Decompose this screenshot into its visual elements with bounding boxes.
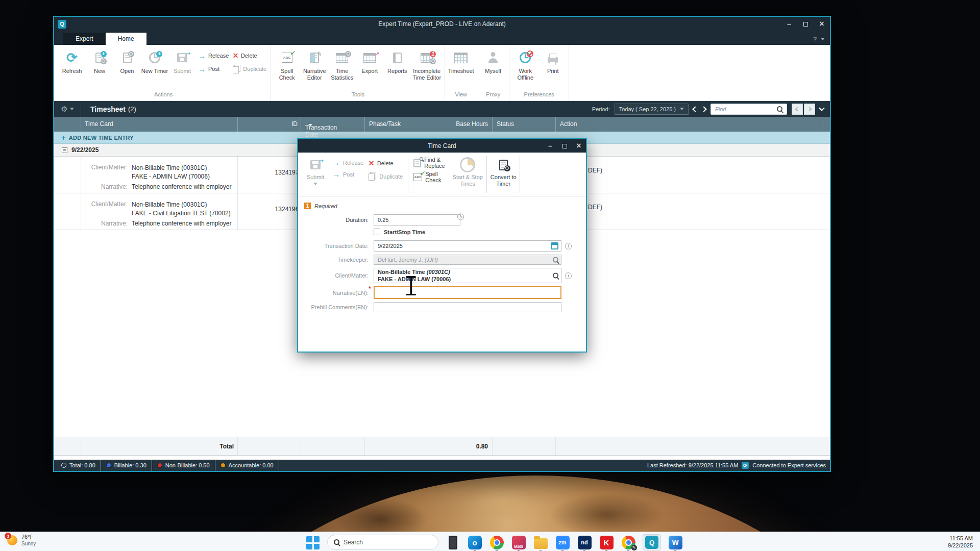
submit-button[interactable]: ➝ Submit bbox=[168, 47, 196, 74]
expert-time-app-icon[interactable]: Q bbox=[643, 534, 661, 550]
desktop: Expert Time (Expert_PROD - LIVE on Adera… bbox=[0, 0, 980, 551]
timesheet-panel-header: Timesheet (2) Period: Today ( Sep 22, 20… bbox=[54, 101, 830, 117]
new-button[interactable]: New bbox=[86, 47, 113, 74]
spell-check-button[interactable]: Spell Check bbox=[273, 47, 301, 81]
pen-badge-icon bbox=[631, 545, 637, 550]
reports-icon bbox=[393, 53, 402, 63]
weather-widget[interactable]: 3 76°F Sunny bbox=[7, 534, 36, 547]
chrome-profile-app-icon[interactable] bbox=[621, 535, 636, 550]
delete-button[interactable]: Delete bbox=[233, 51, 266, 60]
minimize-button[interactable] bbox=[781, 18, 797, 30]
column-time-card[interactable]: Time Card bbox=[85, 120, 113, 128]
phone-link-app-icon[interactable] bbox=[445, 535, 460, 550]
duplicate-icon bbox=[369, 173, 375, 181]
timesheet-view-button[interactable]: Timesheet bbox=[447, 47, 475, 74]
post-arrow-icon bbox=[198, 65, 206, 73]
maximize-button[interactable] bbox=[797, 18, 814, 30]
timekeeper-search-icon[interactable] bbox=[553, 257, 558, 263]
dialog-close-button[interactable] bbox=[572, 141, 586, 151]
dialog-release-button[interactable]: Release bbox=[332, 159, 363, 166]
temperature: 76°F bbox=[21, 534, 36, 540]
release-button[interactable]: Release bbox=[198, 51, 229, 60]
client-matter-value: Non-Billable Time (00301C) FAKE - ADMIN … bbox=[132, 164, 210, 181]
open-button[interactable]: Open bbox=[113, 47, 141, 74]
next-period-button[interactable] bbox=[701, 106, 706, 112]
calendar-icon[interactable] bbox=[551, 242, 558, 249]
find-input[interactable] bbox=[710, 104, 787, 115]
find-previous-button[interactable] bbox=[792, 104, 803, 115]
export-button[interactable]: Export bbox=[356, 47, 383, 74]
print-button[interactable]: Print bbox=[539, 47, 567, 74]
client-matter-info-icon[interactable] bbox=[565, 272, 572, 279]
find-replace-button[interactable]: Find & Replace bbox=[413, 157, 449, 169]
duration-input[interactable] bbox=[374, 214, 460, 226]
submit-dropdown-icon[interactable] bbox=[313, 183, 317, 185]
ribbon-group-label-actions: Actions bbox=[58, 91, 268, 101]
start-stop-time-checkbox[interactable] bbox=[374, 229, 380, 235]
windows-logo-icon bbox=[306, 536, 320, 549]
column-phase-task[interactable]: Phase/Task bbox=[369, 120, 401, 128]
client-matter-field[interactable]: Non-Billable Time (00301C) FAKE - ADMIN … bbox=[374, 268, 561, 283]
dialog-post-button[interactable]: Post bbox=[332, 170, 363, 178]
reports-button[interactable]: Reports bbox=[383, 47, 411, 74]
convert-to-timer-button[interactable]: Convert to Timer bbox=[489, 156, 517, 187]
start-stop-times-button[interactable]: Start & Stop Times bbox=[451, 156, 484, 187]
new-timecard-icon bbox=[95, 53, 104, 63]
zoom-app-icon[interactable]: zm bbox=[555, 535, 570, 550]
new-timer-button[interactable]: New Timer bbox=[141, 47, 168, 74]
start-button[interactable] bbox=[305, 535, 321, 550]
tab-home[interactable]: Home bbox=[106, 33, 146, 45]
k-app-icon[interactable]: K bbox=[599, 535, 614, 550]
previous-period-button[interactable] bbox=[692, 106, 698, 112]
work-offline-button[interactable]: Work Offline bbox=[511, 47, 539, 81]
time-statistics-button[interactable]: Time Statistics bbox=[328, 47, 356, 81]
dialog-maximize-button[interactable] bbox=[557, 141, 572, 151]
dialog-duplicate-button[interactable]: Duplicate bbox=[369, 172, 403, 181]
column-action[interactable]: Action bbox=[560, 120, 577, 128]
collapse-panel-icon[interactable] bbox=[819, 105, 824, 111]
dialog-toolbar: ➝ Submit Release Post bbox=[298, 153, 586, 196]
panel-settings-button[interactable] bbox=[54, 105, 81, 113]
microsoft-365-app-icon[interactable]: M365 bbox=[511, 535, 526, 550]
myself-button[interactable]: Myself bbox=[479, 47, 507, 74]
prebill-comments-input[interactable] bbox=[374, 302, 561, 312]
collapse-group-icon[interactable] bbox=[62, 147, 67, 153]
dialog-spell-check-button[interactable]: Spell Check bbox=[413, 171, 449, 183]
status-total: Total: 0.80 bbox=[54, 460, 101, 471]
spell-check-icon bbox=[413, 173, 422, 181]
column-base-hours[interactable]: Base Hours bbox=[428, 120, 488, 128]
chevron-down-icon[interactable] bbox=[821, 38, 825, 40]
tab-expert[interactable]: Expert bbox=[63, 33, 106, 45]
find-next-button[interactable] bbox=[804, 104, 815, 115]
timesheet-title: Timesheet bbox=[90, 105, 126, 113]
word-app-icon[interactable]: W bbox=[668, 535, 683, 550]
dialog-submit-button[interactable]: ➝ Submit bbox=[301, 156, 330, 185]
sort-descending-icon bbox=[308, 124, 312, 127]
close-button[interactable] bbox=[814, 18, 830, 30]
column-id[interactable]: ID bbox=[237, 120, 298, 128]
narrative-input[interactable] bbox=[374, 286, 561, 299]
taskbar-clock[interactable]: 11:55 AM 9/22/2025 bbox=[948, 535, 973, 549]
column-status[interactable]: Status bbox=[497, 120, 514, 128]
help-icon[interactable] bbox=[813, 34, 817, 43]
transaction-date-info-icon[interactable] bbox=[565, 243, 572, 249]
spell-check-icon bbox=[282, 53, 292, 63]
incomplete-time-editor-button[interactable]: 1 Incomplete Time Editor bbox=[411, 47, 443, 81]
refresh-button[interactable]: Refresh bbox=[58, 47, 86, 74]
outlook-app-icon[interactable]: o bbox=[467, 535, 482, 550]
duration-clock-icon bbox=[457, 213, 464, 220]
narrative-editor-button[interactable]: Narrative Editor bbox=[301, 47, 328, 81]
dialog-delete-button[interactable]: Delete bbox=[369, 159, 403, 168]
taskbar-search[interactable] bbox=[327, 535, 438, 550]
transaction-date-input[interactable] bbox=[374, 240, 561, 252]
netdocuments-app-icon[interactable]: nd bbox=[577, 535, 592, 550]
period-select[interactable]: Today ( Sep 22, 2025 ) bbox=[615, 104, 689, 115]
duplicate-button[interactable]: Duplicate bbox=[233, 64, 266, 73]
search-input[interactable] bbox=[344, 539, 420, 546]
dialog-minimize-button[interactable] bbox=[543, 141, 557, 151]
narrative-en-label: Narrative(EN): bbox=[298, 290, 374, 296]
client-matter-search-icon[interactable] bbox=[553, 273, 558, 279]
file-explorer-app-icon[interactable] bbox=[533, 535, 548, 550]
post-button[interactable]: Post bbox=[198, 64, 229, 73]
chrome-app-icon[interactable] bbox=[489, 535, 504, 550]
